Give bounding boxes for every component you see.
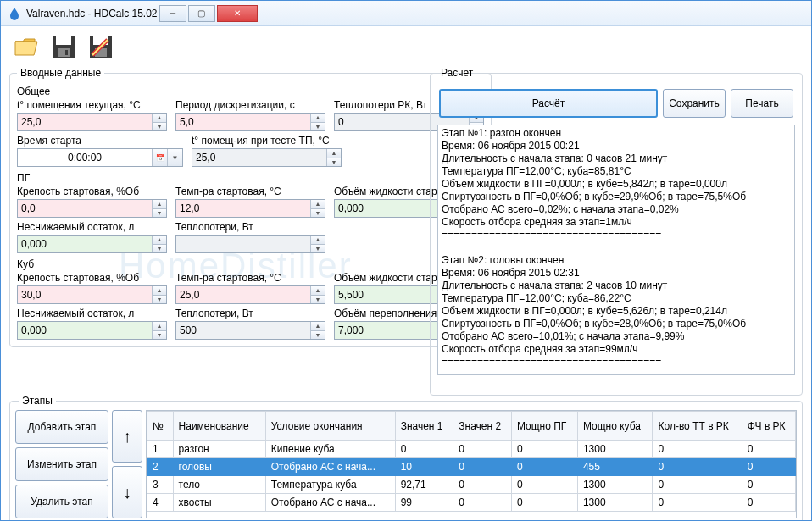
spinner[interactable]: ▲▼ — [310, 322, 325, 339]
cell[interactable]: 3 — [147, 476, 174, 494]
cell[interactable]: 92,71 — [395, 476, 453, 494]
cell[interactable]: 10 — [395, 458, 453, 476]
chevron-down-icon[interactable]: ▼ — [167, 149, 182, 166]
save-button[interactable] — [47, 30, 81, 64]
cell[interactable]: хвосты — [173, 494, 265, 512]
pg-strength-field[interactable]: ▲▼ — [17, 199, 167, 218]
col-header[interactable]: ФЧ в РК — [742, 412, 795, 441]
col-header[interactable]: Мощно куба — [577, 412, 653, 441]
cell[interactable]: 0 — [453, 476, 512, 494]
pg-residue-field[interactable]: ▲▼ — [17, 235, 167, 253]
col-header[interactable]: Значен 2 — [453, 412, 512, 441]
cell[interactable]: 0 — [511, 441, 577, 458]
spinner[interactable]: ▲▼ — [152, 322, 166, 339]
cell[interactable]: 0 — [453, 494, 512, 512]
minimize-button[interactable]: ─ — [159, 5, 186, 22]
pg-temp-input[interactable] — [176, 200, 310, 217]
spinner[interactable]: ▲▼ — [310, 286, 325, 303]
cell[interactable]: 455 — [577, 458, 653, 476]
cube-heatloss-input[interactable] — [176, 322, 310, 339]
maximize-button[interactable]: ▢ — [188, 5, 215, 22]
t-room-field[interactable]: ▲▼ — [17, 113, 167, 131]
stages-grid[interactable]: №НаименованиеУсловие окончанияЗначен 1Зн… — [146, 410, 797, 518]
col-header[interactable]: Наименование — [173, 412, 265, 441]
cell[interactable]: Отобрано АС с нача... — [265, 494, 395, 512]
cell[interactable]: 0 — [453, 441, 512, 458]
cube-heatloss-field[interactable]: ▲▼ — [175, 321, 325, 340]
cell[interactable]: 2 — [147, 458, 174, 476]
add-stage-button[interactable]: Добавить этап — [15, 410, 108, 444]
cell[interactable]: 4 — [147, 494, 174, 512]
delete-stage-button[interactable]: Удалить этап — [15, 485, 108, 518]
cell[interactable]: Температура куба — [265, 476, 395, 494]
cell[interactable]: 0 — [511, 476, 577, 494]
pg-temp-field[interactable]: ▲▼ — [175, 199, 325, 218]
cell[interactable]: 1 — [147, 441, 174, 458]
cell[interactable]: 0 — [653, 458, 742, 476]
spinner[interactable]: ▲▼ — [152, 286, 166, 303]
start-time-field[interactable]: 📅▼ — [17, 148, 183, 167]
print-button[interactable]: Печать — [731, 89, 793, 118]
cell[interactable]: 0 — [742, 494, 795, 512]
spinner[interactable]: ▲▼ — [310, 114, 325, 130]
cube-strength-input[interactable] — [18, 286, 152, 303]
calc-log[interactable]: Этап №1: разгон окончен Время: 06 ноября… — [437, 125, 795, 375]
calc-button[interactable]: Расчёт — [439, 89, 658, 118]
t-room-test-field[interactable]: ▲▼ — [192, 148, 342, 167]
spinner[interactable]: ▲▼ — [152, 200, 166, 217]
cell[interactable]: тело — [173, 476, 265, 494]
cell[interactable]: 99 — [395, 494, 453, 512]
col-header[interactable]: Мощно ПГ — [511, 412, 577, 441]
edit-stage-button[interactable]: Изменить этап — [15, 447, 108, 481]
start-time-input[interactable] — [18, 149, 152, 166]
cell[interactable]: Отобрано АС с нача... — [265, 458, 395, 476]
col-header[interactable]: Условие окончания — [265, 412, 395, 441]
spinner[interactable]: ▲▼ — [326, 149, 341, 166]
pg-strength-input[interactable] — [18, 200, 152, 217]
t-room-test-input[interactable] — [192, 149, 326, 166]
move-up-button[interactable]: ↑ — [112, 410, 142, 463]
col-header[interactable]: Значен 1 — [395, 412, 453, 441]
cell[interactable]: 0 — [511, 494, 577, 512]
cube-strength-field[interactable]: ▲▼ — [17, 285, 167, 304]
cell[interactable]: разгон — [173, 441, 265, 458]
cell[interactable]: 0 — [742, 476, 795, 494]
t-room-input[interactable] — [18, 114, 152, 130]
discret-input[interactable] — [176, 114, 310, 130]
cell[interactable]: Кипение куба — [265, 441, 395, 458]
cell[interactable]: 0 — [653, 476, 742, 494]
col-header[interactable]: Кол-во ТТ в РК — [653, 412, 742, 441]
table-row[interactable]: 3телоТемпература куба92,7100130000 — [147, 476, 796, 494]
move-down-button[interactable]: ↓ — [112, 466, 142, 518]
cube-residue-field[interactable]: ▲▼ — [17, 321, 167, 340]
cube-residue-input[interactable] — [18, 322, 152, 339]
calendar-icon[interactable]: 📅 — [152, 149, 167, 166]
table-row[interactable]: 1разгонКипение куба000130000 — [147, 441, 796, 458]
discret-field[interactable]: ▲▼ — [175, 113, 325, 131]
pg-heatloss-input[interactable] — [176, 236, 310, 252]
cell[interactable]: 0 — [742, 441, 795, 458]
pg-heatloss-field[interactable]: ▲▼ — [175, 235, 325, 253]
cell[interactable]: головы — [173, 458, 265, 476]
cell[interactable]: 0 — [511, 458, 577, 476]
col-header[interactable]: № — [147, 412, 174, 441]
cell[interactable]: 1300 — [577, 476, 653, 494]
cell[interactable]: 1300 — [577, 441, 653, 458]
spinner[interactable]: ▲▼ — [152, 114, 166, 130]
cell[interactable]: 0 — [742, 458, 795, 476]
save-result-button[interactable]: Сохранить — [663, 89, 726, 118]
open-button[interactable] — [9, 30, 43, 64]
cube-temp-field[interactable]: ▲▼ — [175, 285, 325, 304]
cube-temp-input[interactable] — [176, 286, 310, 303]
cell[interactable]: 0 — [653, 494, 742, 512]
spinner[interactable]: ▲▼ — [152, 236, 166, 252]
spinner[interactable]: ▲▼ — [310, 200, 325, 217]
cell[interactable]: 0 — [395, 441, 453, 458]
table-row[interactable]: 2головыОтобрано АС с нача...100045500 — [147, 458, 796, 476]
close-button[interactable]: ✕ — [217, 5, 258, 22]
cell[interactable]: 0 — [653, 441, 742, 458]
cell[interactable]: 0 — [453, 458, 512, 476]
tool-button[interactable] — [84, 30, 118, 64]
cell[interactable]: 1300 — [577, 494, 653, 512]
pg-residue-input[interactable] — [18, 236, 152, 252]
